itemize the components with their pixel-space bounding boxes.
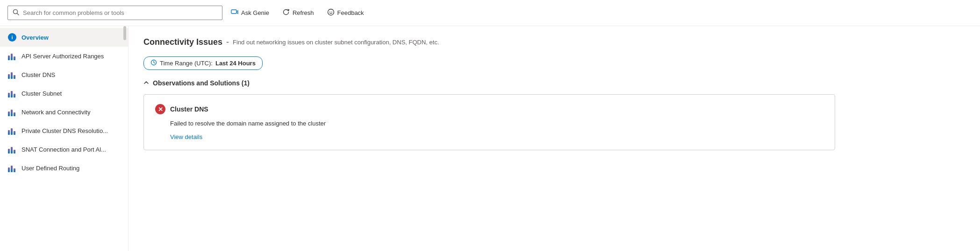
time-range-button[interactable]: Time Range (UTC): Last 24 Hours	[143, 56, 263, 70]
chevron-up-icon	[143, 80, 149, 87]
time-range-value: Last 24 Hours	[215, 60, 256, 67]
feedback-label: Feedback	[337, 9, 364, 16]
sidebar-item-user-defined-routing[interactable]: User Defined Routing	[0, 159, 128, 177]
svg-point-4	[329, 11, 330, 12]
sidebar-item-network-connectivity[interactable]: Network and Connectivity	[0, 103, 128, 121]
svg-rect-2	[231, 10, 236, 14]
observation-header: ✕ Cluster DNS	[155, 104, 823, 114]
page-title: Connectivity Issues	[143, 37, 222, 47]
ask-genie-button[interactable]: Ask Genie	[226, 6, 274, 20]
sidebar-item-api-server[interactable]: API Server Authorized Ranges	[0, 47, 128, 65]
observation-description: Failed to resolve the domain name assign…	[170, 120, 823, 127]
overview-icon: i	[7, 33, 17, 42]
sidebar-item-label: User Defined Routing	[21, 165, 79, 172]
content-area: Connectivity Issues - Find out networkin…	[129, 26, 980, 251]
observation-title: Cluster DNS	[170, 105, 208, 113]
sidebar-item-label: Cluster DNS	[21, 71, 55, 78]
snat-icon	[7, 145, 17, 154]
cluster-dns-icon	[7, 70, 17, 79]
search-icon	[13, 9, 19, 17]
scroll-indicator	[123, 26, 126, 40]
ask-genie-label: Ask Genie	[241, 9, 269, 16]
clock-icon	[150, 59, 157, 67]
section-title: Observations and Solutions (1)	[153, 79, 250, 87]
sidebar-item-label: Network and Connectivity	[21, 109, 90, 116]
refresh-icon	[282, 8, 290, 17]
sidebar-item-label: API Server Authorized Ranges	[21, 53, 104, 60]
svg-point-3	[328, 9, 334, 15]
search-box[interactable]	[7, 6, 222, 20]
toolbar: Ask Genie Refresh Feedback	[0, 0, 980, 26]
view-details-link[interactable]: View details	[170, 133, 202, 140]
user-defined-routing-icon	[7, 163, 17, 173]
refresh-button[interactable]: Refresh	[278, 6, 319, 20]
sidebar-item-label: Private Cluster DNS Resolutio...	[21, 127, 108, 134]
page-title-row: Connectivity Issues - Find out networkin…	[143, 37, 965, 47]
network-connectivity-icon	[7, 107, 17, 117]
sidebar-item-snat[interactable]: SNAT Connection and Port Al...	[0, 140, 128, 159]
sidebar-item-label: Cluster Subnet	[21, 90, 62, 97]
app-container: Ask Genie Refresh Feedback	[0, 0, 980, 251]
observation-card: ✕ Cluster DNS Failed to resolve the doma…	[143, 94, 835, 150]
sidebar-item-label: SNAT Connection and Port Al...	[21, 146, 106, 153]
refresh-label: Refresh	[293, 9, 314, 16]
ask-genie-icon	[231, 8, 238, 17]
svg-line-1	[17, 14, 19, 15]
feedback-button[interactable]: Feedback	[322, 6, 369, 20]
api-server-icon	[7, 51, 17, 61]
cluster-subnet-icon	[7, 89, 17, 98]
error-icon: ✕	[155, 104, 165, 114]
private-cluster-icon	[7, 126, 17, 135]
sidebar-item-label: Overview	[21, 34, 49, 41]
sidebar: i Overview API Server Authorized Ranges …	[0, 26, 129, 251]
sidebar-item-cluster-subnet[interactable]: Cluster Subnet	[0, 84, 128, 103]
sidebar-item-overview[interactable]: i Overview	[0, 28, 128, 47]
sidebar-item-cluster-dns[interactable]: Cluster DNS	[0, 65, 128, 84]
sidebar-item-private-cluster[interactable]: Private Cluster DNS Resolutio...	[0, 121, 128, 140]
page-subtitle: Find out networking issues on cluster su…	[233, 39, 439, 46]
feedback-icon	[327, 8, 335, 17]
search-input[interactable]	[23, 9, 217, 16]
svg-point-5	[331, 11, 332, 12]
time-range-prefix: Time Range (UTC):	[160, 60, 213, 67]
title-separator: -	[226, 37, 229, 47]
main-layout: i Overview API Server Authorized Ranges …	[0, 26, 980, 251]
observations-section-header[interactable]: Observations and Solutions (1)	[143, 79, 965, 87]
